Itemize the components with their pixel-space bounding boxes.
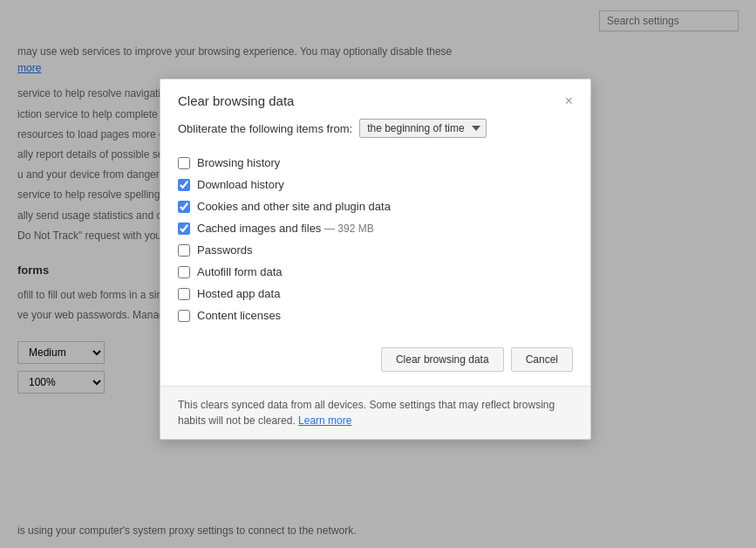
checkbox-cached-images: Cached images and files — 392 MB: [178, 217, 573, 239]
checkbox-content-licenses: Content licenses: [178, 305, 573, 326]
download-history-checkbox[interactable]: [178, 179, 190, 191]
content-licenses-checkbox[interactable]: [178, 310, 190, 322]
checkbox-cookies: Cookies and other site and plugin data: [178, 195, 573, 217]
autofill-checkbox[interactable]: [178, 266, 190, 278]
dialog-title: Clear browsing data: [178, 93, 294, 108]
cached-images-checkbox[interactable]: [178, 223, 190, 235]
passwords-checkbox[interactable]: [178, 244, 190, 257]
footer-text: This clears synced data from all devices…: [178, 399, 555, 427]
content-licenses-label: Content licenses: [197, 309, 281, 322]
obliterate-label: Obliterate the following items from:: [178, 122, 352, 135]
checkbox-passwords: Passwords: [178, 239, 573, 261]
checkbox-autofill: Autofill form data: [178, 261, 573, 283]
close-button[interactable]: ×: [565, 94, 573, 108]
dialog-header: Clear browsing data ×: [160, 79, 590, 119]
hosted-app-checkbox[interactable]: [178, 288, 190, 300]
learn-more-link[interactable]: Learn more: [298, 414, 351, 427]
cache-size: — 392 MB: [324, 223, 374, 235]
obliterate-row: Obliterate the following items from: the…: [178, 119, 573, 138]
checkbox-download-history: Download history: [178, 174, 573, 195]
clear-browsing-data-button[interactable]: Clear browsing data: [381, 347, 504, 372]
cookies-label: Cookies and other site and plugin data: [197, 200, 391, 213]
browsing-history-checkbox[interactable]: [178, 157, 190, 169]
time-range-select[interactable]: the beginning of time the past hour the …: [359, 119, 487, 138]
cancel-button[interactable]: Cancel: [511, 347, 573, 372]
cached-images-label: Cached images and files — 392 MB: [197, 222, 374, 235]
dialog-actions: Clear browsing data Cancel: [160, 337, 590, 386]
clear-browsing-data-dialog: Clear browsing data × Obliterate the fol…: [160, 79, 591, 440]
checkbox-browsing-history: Browsing history: [178, 152, 573, 174]
hosted-app-label: Hosted app data: [197, 287, 280, 300]
passwords-label: Passwords: [197, 243, 253, 257]
browsing-history-label: Browsing history: [197, 156, 280, 169]
download-history-label: Download history: [197, 178, 284, 191]
checkbox-hosted-app: Hosted app data: [178, 283, 573, 305]
cookies-checkbox[interactable]: [178, 201, 190, 213]
dialog-body: Obliterate the following items from: the…: [160, 119, 590, 337]
dialog-footer: This clears synced data from all devices…: [160, 386, 590, 439]
autofill-label: Autofill form data: [197, 265, 283, 278]
